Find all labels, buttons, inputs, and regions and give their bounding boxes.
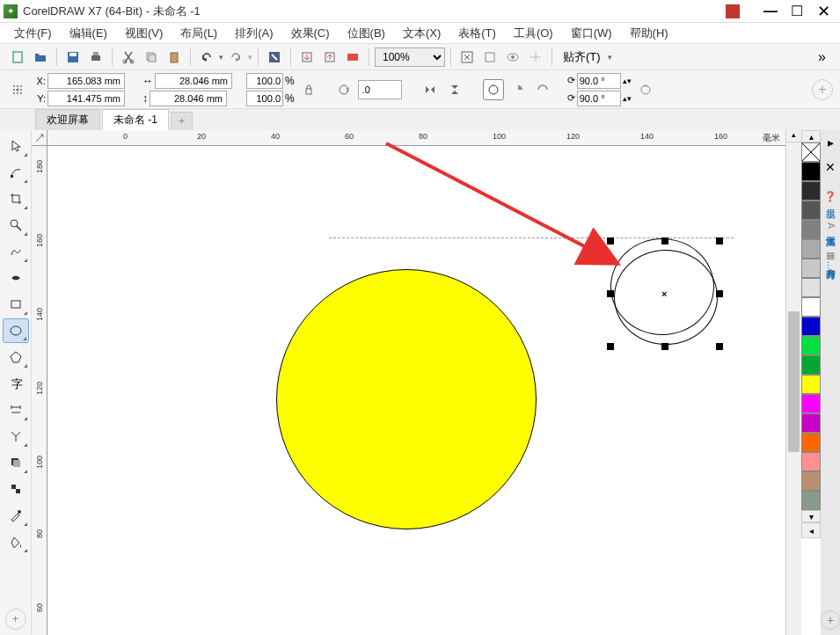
docker-align[interactable]: ▦对齐与分布... [822,243,839,276]
pick-tool[interactable] [3,134,29,158]
menu-window[interactable]: 窗口(W) [564,24,619,43]
tool-expand[interactable]: + [5,609,26,630]
search-button[interactable] [264,47,285,68]
connector-tool[interactable] [3,424,29,449]
origin-button[interactable] [7,79,28,100]
fill-tool[interactable] [3,529,29,554]
lock-ratio-button[interactable] [298,79,319,100]
selection-handle[interactable] [661,343,668,350]
color-swatch[interactable] [801,201,821,220]
docker-expand[interactable]: ▸ [826,134,836,151]
save-button[interactable] [62,47,84,68]
selection-handle[interactable] [716,290,723,297]
crop-tool[interactable] [3,186,29,211]
arc-button[interactable] [532,79,553,100]
color-none[interactable] [801,142,821,162]
copy-button[interactable] [141,47,162,68]
menu-arrange[interactable]: 排列(A) [228,24,280,43]
snap-button[interactable] [479,47,500,68]
menu-edit[interactable]: 编辑(E) [62,24,114,43]
redo-button[interactable] [225,47,246,68]
open-button[interactable] [30,47,51,68]
color-swatch[interactable] [801,317,821,336]
selection-handle[interactable] [716,237,723,245]
y-input[interactable] [47,91,125,106]
color-swatch[interactable] [801,355,821,375]
import-button[interactable] [296,47,318,68]
spinner[interactable]: ▴▾ [623,77,632,85]
cut-button[interactable] [118,47,139,68]
palette-expand[interactable]: ◂ [801,522,821,538]
height-input[interactable] [150,91,227,106]
mirror-v-button[interactable] [444,79,465,100]
toolbar-expand[interactable]: » [811,49,833,65]
x-input[interactable] [47,73,125,89]
yellow-circle[interactable] [276,269,537,529]
selection-center[interactable]: × [661,288,667,299]
spinner[interactable]: ▴▾ [623,94,632,103]
tab-welcome[interactable]: 欢迎屏幕 [35,109,100,130]
vertical-ruler[interactable]: 180 160 140 120 100 80 60 [32,146,47,635]
export-button[interactable] [319,47,340,68]
ellipse-tool[interactable] [3,318,29,343]
ruler-origin[interactable] [32,130,47,146]
color-yellow[interactable] [801,375,821,394]
menu-text[interactable]: 文本(X) [396,24,448,43]
polygon-tool[interactable] [3,345,29,369]
docker-hints[interactable]: ❓提示 [822,183,839,208]
selection-handle[interactable] [661,237,668,245]
docker-add[interactable]: + [821,610,840,630]
color-swatch[interactable] [801,239,821,259]
menu-view[interactable]: 视图(V) [118,24,170,43]
palette-up[interactable]: ▴ [801,130,821,142]
selection-handle[interactable] [716,343,723,350]
selection-handle[interactable] [607,343,614,350]
undo-button[interactable] [196,47,217,68]
menu-file[interactable]: 文件(F) [7,24,59,43]
color-swatch[interactable] [801,394,821,413]
drawing-page[interactable]: × [47,146,785,635]
width-input[interactable] [155,73,232,89]
scroll-up[interactable]: ▴ [786,130,801,142]
color-swatch[interactable] [801,491,821,510]
color-swatch[interactable] [801,259,821,278]
color-swatch[interactable] [801,433,821,452]
rotation-input[interactable] [358,80,402,99]
color-swatch[interactable] [801,220,821,239]
menu-bitmap[interactable]: 位图(B) [340,24,392,43]
pie-button[interactable] [508,79,529,100]
freehand-tool[interactable] [3,239,29,264]
scroll-thumb[interactable] [788,311,800,452]
color-swatch[interactable] [801,452,821,471]
menu-table[interactable]: 表格(T) [451,24,503,43]
ellipse-type-button[interactable] [483,79,504,100]
add-property-button[interactable]: + [812,79,833,100]
eyedropper-tool[interactable] [3,503,29,528]
color-swatch[interactable] [801,471,821,491]
tab-document[interactable]: 未命名 -1 [102,109,169,130]
drop-shadow-tool[interactable] [3,450,29,475]
color-swatch[interactable] [801,413,821,433]
tab-add[interactable]: + [171,112,193,130]
scale-x-input[interactable] [246,73,283,89]
minimize-button[interactable]: — [757,3,784,20]
selection-handle[interactable] [607,290,614,297]
print-button[interactable] [85,47,106,68]
user-icon[interactable] [726,4,740,18]
snap-label[interactable]: 贴齐(T) [558,49,606,65]
scale-y-input[interactable] [246,91,283,106]
color-white[interactable] [801,297,821,317]
menu-effects[interactable]: 效果(C) [284,24,337,43]
angle1-input[interactable] [577,73,621,89]
zoom-select[interactable]: 100% [375,47,445,67]
text-tool[interactable]: 字 [3,371,29,396]
palette-down[interactable]: ▾ [801,510,821,522]
publish-button[interactable] [342,47,363,68]
options-button[interactable] [525,47,546,68]
direction-button[interactable] [635,79,656,100]
menu-layout[interactable]: 布局(L) [173,24,224,43]
docker-text-properties[interactable]: A文本属性 [822,215,839,236]
color-swatch[interactable] [801,181,821,201]
transparency-tool[interactable] [3,477,29,501]
artistic-media-tool[interactable] [3,266,29,290]
